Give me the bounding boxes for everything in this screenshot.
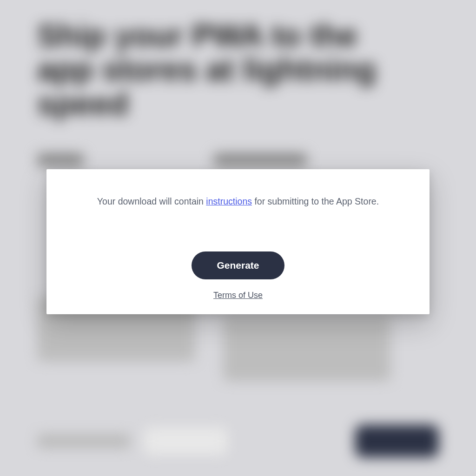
- background-label-left: [37, 153, 84, 166]
- background-label-right: [214, 153, 307, 166]
- background-dark-button: [355, 425, 439, 457]
- background-heading: Ship your PWA to the app stores at light…: [37, 19, 400, 121]
- modal-message: Your download will contain instructions …: [56, 196, 420, 207]
- download-modal: Your download will contain instructions …: [46, 169, 430, 314]
- modal-message-prefix: Your download will contain: [97, 196, 206, 206]
- background-chip-text: [37, 434, 130, 448]
- terms-of-use-link[interactable]: Terms of Use: [213, 291, 263, 300]
- background-chip-pill: [144, 427, 228, 455]
- background-block-right: [223, 316, 390, 381]
- generate-button[interactable]: Generate: [192, 251, 284, 279]
- modal-message-suffix: for submitting to the App Store.: [252, 196, 379, 206]
- instructions-link[interactable]: instructions: [206, 196, 252, 206]
